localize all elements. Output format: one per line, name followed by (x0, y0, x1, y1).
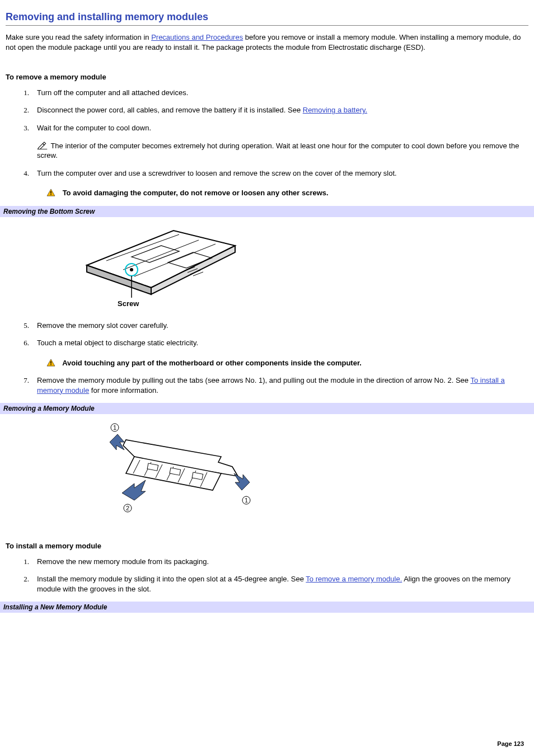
svg-text:2: 2 (126, 505, 129, 511)
remove-module-link[interactable]: To remove a memory module. (306, 575, 402, 583)
caution-text: To avoid damaging the computer, do not r… (63, 189, 329, 197)
step-number: 2. (18, 105, 29, 115)
step-text: Turn off the computer and all attached d… (37, 88, 188, 97)
list-item: 3. Wait for the computer to cool down. T… (28, 123, 528, 161)
figure-caption: Removing the Bottom Screw (0, 206, 534, 217)
step-number: 3. (18, 123, 29, 133)
remove-steps-continued: 5. Remove the memory slot cover carefull… (6, 321, 528, 396)
list-item: 1. Turn off the computer and all attache… (28, 88, 528, 98)
step-text: Wait for the computer to cool down. (37, 124, 151, 132)
pencil-note-icon (37, 142, 48, 149)
list-item: 1. Remove the new memory module from its… (28, 557, 528, 567)
figure-caption: Installing a New Memory Module (0, 602, 534, 613)
step-number: 5. (18, 321, 29, 331)
caution-block: To avoid damaging the computer, do not r… (46, 188, 528, 198)
svg-marker-33 (110, 434, 124, 450)
step-number: 2. (18, 574, 29, 584)
intro-paragraph: Make sure you read the safety informatio… (6, 32, 528, 52)
step-text: Remove the memory slot cover carefully. (37, 321, 168, 330)
intro-text-pre: Make sure you read the safety informatio… (6, 33, 151, 41)
page: Removing and installing memory modules M… (0, 0, 534, 756)
step-text: Remove the new memory module from its pa… (37, 557, 209, 566)
list-item: 2. Disconnect the power cord, all cables… (28, 105, 528, 115)
svg-marker-36 (122, 480, 146, 500)
list-item: 7. Remove the memory module by pulling o… (28, 375, 528, 395)
figure-removing-module: 1 2 1 (6, 417, 528, 521)
step-text: Install the memory module by sliding it … (37, 575, 306, 583)
caution-text: Avoid touching any part of the motherboa… (62, 359, 362, 367)
note-text: The interior of the computer becomes ext… (37, 142, 519, 160)
list-item: 6. Touch a metal object to discharge sta… (28, 338, 528, 368)
warning-triangle-icon (46, 359, 56, 367)
svg-rect-2 (50, 191, 51, 194)
step-number: 1. (18, 557, 29, 567)
step-text: Disconnect the power cord, all cables, a… (37, 106, 303, 114)
svg-marker-39 (234, 473, 250, 490)
install-heading: To install a memory module (6, 541, 528, 551)
svg-rect-20 (50, 361, 51, 363)
page-title: Removing and installing memory modules (6, 10, 528, 26)
list-item: 2. Install the memory module by sliding … (28, 574, 528, 594)
step-text: Remove the memory module by pulling out … (37, 376, 470, 384)
caution-block: Avoid touching any part of the motherboa… (46, 358, 528, 368)
step-number: 6. (18, 338, 29, 348)
step-text: Turn the computer over and use a screwdr… (37, 169, 397, 177)
warning-triangle-icon (46, 189, 56, 196)
step-number: 1. (18, 88, 29, 98)
figure-caption: Removing a Memory Module (0, 403, 534, 414)
step-text: Touch a metal object to discharge static… (37, 339, 198, 347)
svg-text:1: 1 (113, 424, 116, 431)
page-number: Page 123 (497, 740, 524, 748)
step-text-post: for more information. (89, 386, 158, 395)
screw-label-svg: Screw (118, 299, 139, 308)
removing-battery-link[interactable]: Removing a battery. (303, 106, 367, 114)
remove-heading: To remove a memory module (6, 72, 528, 82)
install-steps-list: 1. Remove the new memory module from its… (6, 557, 528, 594)
list-item: 4. Turn the computer over and use a scre… (28, 168, 528, 198)
precautions-link[interactable]: Precautions and Procedures (151, 33, 243, 41)
content-area: Removing and installing memory modules M… (0, 0, 534, 613)
svg-rect-3 (50, 194, 51, 195)
remove-steps-list: 1. Turn off the computer and all attache… (6, 88, 528, 198)
note-block: The interior of the computer becomes ext… (37, 141, 528, 161)
svg-point-17 (130, 268, 133, 271)
step-number: 7. (18, 375, 29, 386)
list-item: 5. Remove the memory slot cover carefull… (28, 321, 528, 331)
step-number: 4. (18, 168, 29, 179)
svg-text:1: 1 (245, 497, 248, 504)
svg-rect-21 (50, 364, 51, 365)
figure-removing-screw: Screw (6, 220, 528, 313)
